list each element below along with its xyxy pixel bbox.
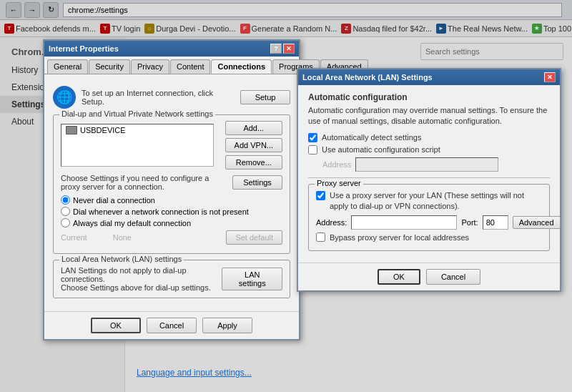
setup-text: To set up an Internet connection, click … — [82, 89, 240, 106]
lan-title-controls: ✕ — [544, 72, 556, 82]
settings-button[interactable]: Settings — [232, 175, 282, 190]
bypass-checkbox[interactable] — [316, 232, 325, 242]
add-vpn-button[interactable]: Add VPN... — [225, 138, 282, 152]
lan-settings-button[interactable]: LAN settings — [222, 268, 282, 290]
lan-row: LAN Settings do not apply to dial-up con… — [61, 266, 282, 292]
inet-properties-dialog: Internet Properties ? ✕ General Security… — [43, 39, 300, 340]
auto-script-checkbox[interactable] — [308, 145, 317, 155]
radio-never-label: Never dial a connection — [73, 196, 155, 205]
inet-apply-button[interactable]: Apply — [202, 318, 252, 333]
inet-tabs: General Security Privacy Content Connect… — [44, 57, 299, 74]
help-title-btn[interactable]: ? — [270, 44, 282, 54]
auto-script-label: Use automatic configuration script — [322, 145, 440, 154]
proxy-port-input[interactable] — [483, 215, 508, 230]
address-input[interactable] — [355, 157, 498, 172]
globe-icon: 🌐 — [53, 86, 76, 109]
lan-title-bar: Local Area Network (LAN) Settings ✕ — [298, 69, 560, 85]
proxy-port-label: Port: — [461, 218, 478, 227]
radio-never: Never dial a connection — [61, 195, 282, 205]
choose-text: Choose Settings if you need to configure… — [61, 174, 232, 191]
proxy-address-label: Address: — [316, 218, 347, 227]
bypass-label: Bypass proxy server for local addresses — [330, 233, 469, 242]
use-proxy-checkbox[interactable] — [316, 191, 325, 200]
lan-cancel-button[interactable]: Cancel — [426, 269, 480, 285]
radio-never-input[interactable] — [61, 195, 70, 205]
lan-dialog-title: Local Area Network (LAN) Settings — [302, 73, 433, 82]
lan-note-line1: LAN Settings do not apply to dial-up con… — [61, 266, 222, 283]
device-icon — [66, 126, 77, 134]
current-row: Current None Set default — [61, 230, 282, 245]
lan-settings-dialog: Local Area Network (LAN) Settings ✕ Auto… — [297, 68, 561, 292]
add-button[interactable]: Add... — [225, 121, 282, 135]
set-default-button[interactable]: Set default — [226, 230, 282, 245]
address-label: Address — [322, 160, 351, 169]
none-label: None — [113, 233, 132, 242]
auto-config-desc: Automatic configuration may override man… — [308, 105, 550, 127]
lan-close-btn[interactable]: ✕ — [544, 72, 556, 82]
inet-ok-button[interactable]: OK — [91, 318, 141, 333]
proxy-address-input[interactable] — [351, 215, 457, 230]
settings-row: Choose Settings if you need to configure… — [61, 174, 282, 191]
proxy-section-label: Proxy server — [315, 179, 363, 187]
radio-dial-label: Dial whenever a network connection is no… — [73, 207, 249, 216]
current-label: Current — [61, 233, 87, 242]
vpn-section: Dial-up and Virtual Private Network sett… — [53, 114, 290, 254]
auto-detect-label: Automatically detect settings — [322, 133, 421, 142]
bypass-row: Bypass proxy server for local addresses — [316, 232, 542, 242]
inet-dialog-body: 🌐 To set up an Internet connection, clic… — [44, 74, 299, 311]
list-item-usb: USBDEVICE — [61, 124, 213, 136]
use-proxy-row: Use a proxy server for your LAN (These s… — [316, 190, 542, 212]
close-title-btn[interactable]: ✕ — [283, 44, 295, 54]
radio-dial: Dial whenever a network connection is no… — [61, 207, 282, 216]
divider — [308, 177, 550, 178]
lan-note-line2: Choose Settings above for dial-up settin… — [61, 283, 222, 292]
list-btn-row: USBDEVICE Add... Add VPN... Remove... — [61, 121, 282, 170]
use-proxy-label: Use a proxy server for your LAN (These s… — [330, 190, 542, 212]
tab-content[interactable]: Content — [170, 59, 211, 74]
lan-note: LAN Settings do not apply to dial-up con… — [61, 266, 222, 292]
inet-dialog-title: Internet Properties — [49, 44, 119, 53]
auto-script-row: Use automatic configuration script — [308, 145, 550, 155]
address-row: Address — [322, 157, 550, 172]
advanced-button[interactable]: Advanced — [513, 216, 561, 229]
vpn-list[interactable]: USBDEVICE — [61, 124, 214, 167]
setup-button[interactable]: Setup — [240, 90, 290, 104]
lan-section-label: Local Area Network (LAN) settings — [59, 255, 184, 263]
auto-config-title: Automatic configuration — [308, 92, 550, 102]
device-name: USBDEVICE — [80, 126, 126, 134]
radio-dial-input[interactable] — [61, 207, 70, 216]
tab-connections[interactable]: Connections — [211, 59, 272, 74]
title-controls: ? ✕ — [270, 44, 295, 54]
lan-dialog-body: Automatic configuration Automatic config… — [298, 85, 560, 263]
radio-always: Always dial my default connection — [61, 218, 282, 227]
proxy-group: Proxy server Use a proxy server for your… — [308, 184, 550, 252]
radio-always-label: Always dial my default connection — [73, 219, 191, 227]
lan-dialog-footer: OK Cancel — [298, 263, 560, 290]
tab-security[interactable]: Security — [89, 59, 130, 74]
lan-section: Local Area Network (LAN) settings LAN Se… — [53, 260, 290, 298]
setup-row: 🌐 To set up an Internet connection, clic… — [53, 86, 290, 109]
auto-detect-checkbox[interactable] — [308, 133, 317, 142]
vpn-buttons: Add... Add VPN... Remove... — [225, 121, 282, 170]
tab-general[interactable]: General — [47, 59, 88, 74]
tab-privacy[interactable]: Privacy — [131, 59, 169, 74]
radio-always-input[interactable] — [61, 218, 70, 227]
remove-button[interactable]: Remove... — [225, 155, 282, 170]
inet-dialog-footer: OK Cancel Apply — [44, 311, 299, 339]
vpn-section-label: Dial-up and Virtual Private Network sett… — [59, 109, 215, 118]
auto-detect-row: Automatically detect settings — [308, 133, 550, 142]
inet-title-bar: Internet Properties ? ✕ — [44, 41, 299, 57]
inet-cancel-button[interactable]: Cancel — [147, 318, 197, 333]
proxy-addr-row: Address: Port: Advanced — [316, 215, 542, 230]
lan-ok-button[interactable]: OK — [378, 269, 420, 285]
